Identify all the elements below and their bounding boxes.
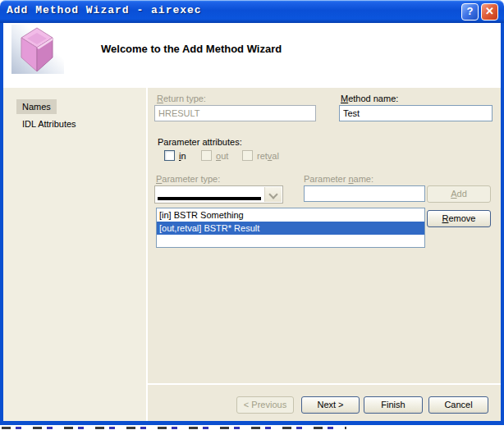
parameter-type-label: Parameter type: [156, 174, 220, 184]
close-icon: ✕ [485, 5, 494, 17]
checkbox-retval-label: retval [257, 151, 279, 161]
previous-button: < Previous [236, 396, 294, 414]
sidebar-item-idl-attributes[interactable]: IDL Attributes [16, 117, 82, 131]
screen: Add Method Wizard - airexec ? ✕ [0, 0, 504, 430]
question-icon: ? [467, 5, 474, 17]
checkbox-out [201, 150, 212, 161]
help-button[interactable]: ? [461, 3, 479, 21]
combo-drop-button [264, 187, 282, 202]
add-button: Add [427, 185, 491, 203]
wizard-header: Welcome to the Add Method Wizard [3, 23, 501, 88]
return-type-input [154, 105, 316, 121]
parameter-name-input[interactable] [304, 185, 425, 202]
remove-button[interactable]: Remove [427, 210, 491, 227]
parameter-attributes-label: Parameter attributes: [158, 137, 242, 147]
wizard-title: Welcome to the Add Method Wizard [101, 43, 282, 55]
list-item[interactable]: [in] BSTR Something [157, 208, 424, 222]
parameter-name-label: Parameter name: [304, 174, 373, 184]
parameters-listbox[interactable]: [in] BSTR Something [out,retval] BSTR* R… [156, 208, 425, 248]
background-text-fragments [2, 427, 346, 429]
next-button[interactable]: Next > [301, 396, 360, 414]
title-bar: Add Method Wizard - airexec ? ✕ [0, 0, 504, 23]
method-name-input[interactable] [339, 105, 493, 121]
window-title: Add Method Wizard - airexec [7, 4, 202, 16]
checkbox-out-label: out [216, 151, 228, 161]
wizard-footer: < Previous Next > Finish Cancel [148, 385, 501, 421]
dialog-frame: Welcome to the Add Method Wizard Names I… [0, 23, 504, 425]
list-item-selected[interactable]: [out,retval] BSTR* Result [157, 222, 424, 235]
names-page: Return type: Method name: Parameter attr… [148, 88, 501, 383]
parameter-type-combobox [154, 185, 283, 204]
cancel-button[interactable]: Cancel [428, 396, 488, 414]
checkbox-in-label: in [179, 151, 186, 161]
method-name-label: Method name: [341, 94, 398, 103]
checkbox-in[interactable] [164, 150, 175, 161]
finish-button[interactable]: Finish [364, 396, 423, 414]
checkbox-retval [242, 150, 253, 161]
sidebar-item-names[interactable]: Names [16, 99, 57, 114]
background-window-sliver [0, 425, 504, 430]
wizard-steps-sidebar: Names IDL Attributes [3, 88, 146, 421]
chevron-down-icon [268, 190, 277, 199]
wizard-gem-icon [11, 25, 64, 74]
close-button[interactable]: ✕ [481, 3, 498, 21]
return-type-label: Return type: [157, 94, 206, 103]
combo-selected-line [158, 197, 261, 200]
